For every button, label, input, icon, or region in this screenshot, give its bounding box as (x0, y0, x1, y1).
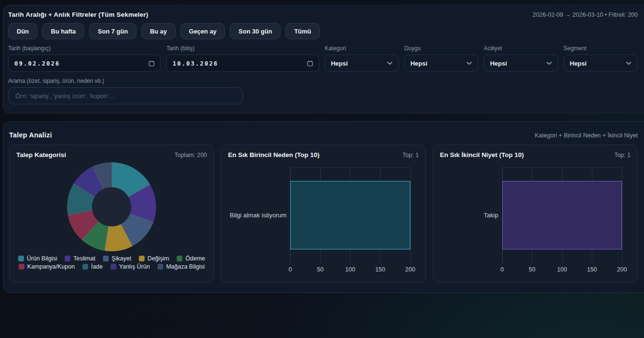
axis-spacer (228, 263, 286, 274)
quick-filter-button-son-30-gün[interactable]: Son 30 gün (230, 23, 281, 39)
analysis-panel: Talep Analizi Kategori + Birincil Neden … (3, 121, 644, 293)
bar-bilgi-almak-istiyorum[interactable] (290, 181, 410, 249)
gridline (410, 168, 411, 263)
legend-item-mağaza-bilgisi[interactable]: Mağaza Bilgisi (158, 263, 205, 270)
secondary-intent-header: En Sık İkincil Niyet (Top 10) Top: 1 (440, 151, 631, 158)
filter-panel-title: Tarih Aralığı + Anlık Filtreler (Tüm Sek… (8, 11, 148, 18)
search-input[interactable] (8, 87, 243, 104)
kategori-select-value: Hepsi (331, 60, 348, 67)
secondary-intent-title: En Sık İkincil Niyet (Top 10) (440, 151, 524, 158)
duygu-select[interactable]: Hepsi (404, 55, 478, 72)
analysis-panel-header: Talep Analizi Kategori + Birincil Neden … (9, 131, 638, 139)
calendar-icon[interactable] (307, 60, 313, 67)
primary-reason-header: En Sık Birincil Neden (Top 10) Top: 1 (228, 151, 418, 158)
legend-item-teslimat[interactable]: Teslimat (65, 255, 95, 262)
quick-filter-button-bu-ay[interactable]: Bu ay (141, 23, 175, 39)
quick-filter-button-bu-hafta[interactable]: Bu hafta (42, 23, 84, 39)
donut-card-header: Talep Kategorisi Toplam: 200 (16, 151, 207, 158)
filter-fields-row: Tarih (başlangıç) 09.02.2026 Tarih (biti… (8, 45, 638, 72)
quick-filter-button-dün[interactable]: Dün (8, 23, 37, 39)
axis-spacer (440, 263, 498, 274)
kategori-label: Kategori (325, 45, 399, 52)
start-date-input[interactable]: 09.02.2026 (8, 55, 161, 72)
y-axis-labels: Takip (440, 167, 498, 263)
x-tick-label: 200 (617, 266, 627, 273)
x-tick-label: 50 (529, 266, 535, 273)
filter-panel: Tarih Aralığı + Anlık Filtreler (Tüm Sek… (3, 5, 644, 113)
y-axis-labels: Bilgi almak istiyorum (228, 167, 286, 263)
end-date-field: Tarih (bitiş) 10.03.2026 (166, 45, 319, 72)
quick-filter-buttons: DünBu haftaSon 7 günBu ayGeçen aySon 30 … (8, 23, 638, 39)
legend-swatch (65, 256, 70, 261)
x-tick-label: 100 (557, 266, 567, 273)
charts-row: Talep Kategorisi Toplam: 200 Ürün Bilgis… (9, 145, 638, 283)
category-donut-card: Talep Kategorisi Toplam: 200 Ürün Bilgis… (9, 145, 214, 283)
date-range-summary: 2026-02-09 → 2026-03-10 • Filtreli: 200 (532, 11, 638, 18)
x-axis: 050100150200 (290, 263, 410, 274)
donut-total-label: Toplam: 200 (174, 152, 207, 158)
segment-select[interactable]: Hepsi (564, 55, 638, 72)
bar-takip[interactable] (502, 181, 622, 249)
calendar-icon[interactable] (148, 60, 155, 67)
quick-filter-button-tümü[interactable]: Tümü (285, 23, 319, 39)
legend-item-ödeme[interactable]: Ödeme (177, 255, 205, 262)
legend-swatch (158, 264, 163, 270)
legend-swatch (139, 256, 145, 261)
donut-legend: Ürün BilgisiTeslimatŞikayetDeğişimÖdemeK… (16, 255, 207, 270)
analysis-subtitle: Kategori + Birincil Neden + İkincil Niye… (535, 132, 638, 139)
x-tick-label: 150 (587, 266, 597, 273)
legend-label: Ödeme (185, 255, 205, 262)
legend-label: Kampanya/Kupon (27, 263, 75, 270)
donut-chart[interactable] (67, 162, 156, 251)
start-date-value: 09.02.2026 (14, 60, 60, 67)
legend-row: Kampanya/KuponİadeYanlış ÜrünMağaza Bilg… (16, 263, 207, 270)
x-tick-label: 150 (375, 266, 385, 273)
legend-item-şikayet[interactable]: Şikayet (103, 255, 131, 262)
primary-reason-title: En Sık Birincil Neden (Top 10) (228, 151, 319, 158)
donut-card-title: Talep Kategorisi (16, 151, 66, 158)
legend-label: Yanlış Ürün (119, 263, 150, 270)
end-date-value: 10.03.2026 (172, 60, 218, 67)
duygu-field: DuyguHepsi (404, 45, 478, 72)
chevron-down-icon (387, 61, 393, 65)
legend-label: Değişim (147, 255, 169, 262)
aciliyet-select-value: Hepsi (490, 60, 507, 67)
legend-swatch (111, 264, 116, 270)
segment-select-value: Hepsi (570, 60, 587, 67)
legend-item-i-ade[interactable]: İade (82, 263, 102, 270)
chevron-down-icon (466, 61, 472, 65)
x-tick-label: 100 (345, 266, 355, 273)
donut-hole (92, 187, 131, 226)
aciliyet-select[interactable]: Hepsi (484, 55, 558, 72)
legend-label: Şikayet (112, 255, 131, 262)
legend-item-değişim[interactable]: Değişim (139, 255, 169, 262)
legend-item-ürün-bilgisi[interactable]: Ürün Bilgisi (18, 255, 57, 262)
legend-label: Teslimat (73, 255, 95, 262)
x-tick-label: 200 (405, 266, 415, 273)
x-tick-label: 0 (289, 266, 292, 273)
quick-filter-button-geçen-ay[interactable]: Geçen ay (181, 23, 226, 39)
x-tick-label: 50 (317, 266, 324, 273)
aciliyet-label: Aciliyet (484, 45, 558, 52)
x-axis: 050100150200 (502, 263, 622, 274)
legend-swatch (82, 264, 88, 270)
filter-panel-header: Tarih Aralığı + Anlık Filtreler (Tüm Sek… (8, 11, 638, 18)
secondary-intent-chart: Takip050100150200 (440, 167, 631, 274)
secondary-intent-chart-card: En Sık İkincil Niyet (Top 10) Top: 1 Tak… (433, 145, 638, 283)
chevron-down-icon (626, 61, 632, 65)
secondary-intent-top-label: Top: 1 (614, 152, 631, 158)
quick-filter-button-son-7-gün[interactable]: Son 7 gün (89, 23, 136, 39)
segment-label: Segment (564, 45, 638, 52)
legend-label: İade (91, 263, 102, 270)
kategori-select[interactable]: Hepsi (325, 55, 399, 72)
start-date-field: Tarih (başlangıç) 09.02.2026 (8, 45, 161, 72)
plot-area (502, 167, 622, 263)
segment-field: SegmentHepsi (564, 45, 638, 72)
legend-row: Ürün BilgisiTeslimatŞikayetDeğişimÖdeme (16, 255, 207, 262)
end-date-input[interactable]: 10.03.2026 (166, 55, 319, 72)
legend-item-kampanya-kupon[interactable]: Kampanya/Kupon (19, 263, 75, 270)
legend-label: Ürün Bilgisi (27, 255, 57, 262)
category-label-takip: Takip (440, 212, 498, 219)
legend-item-yanlış-ürün[interactable]: Yanlış Ürün (111, 263, 150, 270)
kategori-field: KategoriHepsi (325, 45, 399, 72)
